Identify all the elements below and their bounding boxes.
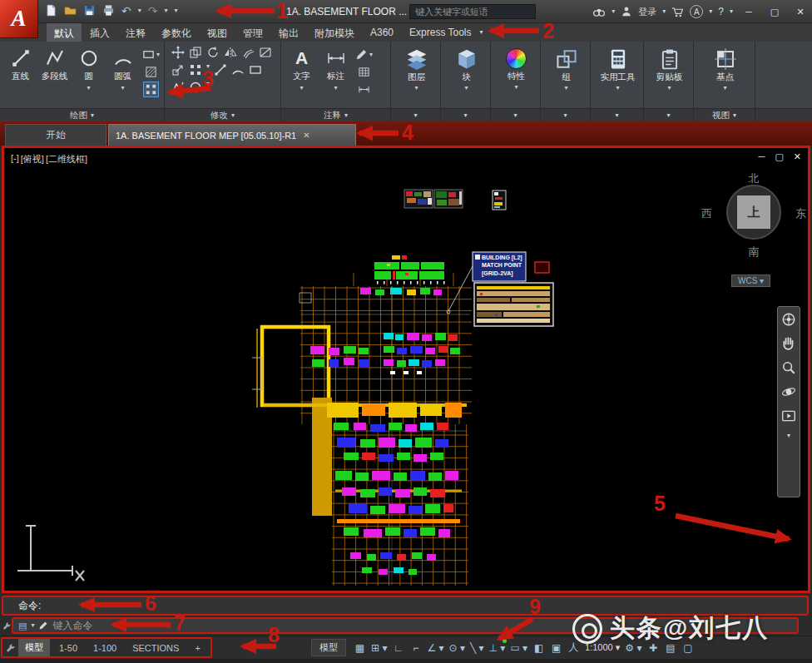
properties-caret[interactable]: ▾ [514,84,517,91]
hatch-tool-icon[interactable] [145,66,157,78]
qat-menu-caret[interactable]: ▾ [175,7,178,14]
zoom-icon[interactable] [781,360,796,375]
measure-tool-icon[interactable] [189,81,202,94]
redo-icon[interactable]: ↷ [148,5,158,17]
new-file-icon[interactable] [45,4,57,17]
offset-tool-icon[interactable] [241,46,255,59]
utilities-button[interactable]: 实用工具▾ [594,45,641,92]
undo-icon[interactable]: ↶ [121,5,131,17]
copy-tool-icon[interactable] [189,46,202,59]
ribbon-tab-view[interactable]: 视图 [200,23,235,42]
array-tool-icon[interactable] [189,63,202,77]
showmotion-icon[interactable] [781,408,796,423]
plot-icon[interactable] [102,4,115,17]
panel-view-caret[interactable]: ▾ [733,112,736,119]
ribbon-tab-default[interactable]: 默认 [47,23,82,42]
rectangle-tool-caret[interactable]: ▾ [156,52,160,58]
grid-display-toggle[interactable]: ▦ [351,636,369,659]
infer-constraints-toggle[interactable]: ∟ [389,636,407,659]
minimize-button[interactable]: ─ [739,3,759,20]
ribbon-tab-express-tools[interactable]: Express Tools [402,23,478,42]
panel-utilities-label[interactable]: ▾ [591,108,643,121]
leader-tool-caret[interactable]: ▾ [369,52,373,58]
rectangle-tool-icon[interactable] [142,48,155,61]
search-icon[interactable] [592,5,606,18]
selection-cycling-toggle[interactable]: ▣ [547,636,565,659]
ribbon-tab-insert[interactable]: 插入 [82,23,117,42]
circle-tool-caret[interactable]: ▾ [87,85,90,92]
ribbon-tab-annotate[interactable]: 注释 [118,23,153,42]
login-label[interactable]: 登录 [638,6,656,18]
scale-tool-icon[interactable] [171,63,185,77]
ribbon-tab-a360[interactable]: A360 [363,23,401,42]
divide-tool-icon[interactable] [145,83,157,96]
autocad-logo[interactable]: A [0,0,38,38]
arc-tool-caret[interactable]: ▾ [121,85,124,92]
panel-annotate-label[interactable]: 注释▾ [281,108,390,121]
layout-tab-sections[interactable]: SECTIONS [126,641,186,656]
viewcube-east[interactable]: 东 [795,206,806,221]
save-icon[interactable] [83,4,96,17]
panel-draw-caret[interactable]: ▾ [91,112,94,119]
panel-block-label[interactable]: ▾ [441,108,490,121]
panel-properties-label[interactable]: ▾ [491,108,540,121]
command-input[interactable]: 键入命令 [52,619,92,633]
layout-options-icon[interactable] [6,643,16,653]
array-tool-caret[interactable]: ▾ [206,63,210,77]
file-tab-start[interactable]: 开始 [5,124,106,146]
a360-caret[interactable]: ▾ [709,8,712,15]
file-tab-drawing[interactable]: 1A. BASEMENT FLOOR MEP [05.05.10]-R1 ✕ [108,124,356,146]
open-file-icon[interactable] [64,4,77,17]
login-caret[interactable]: ▾ [662,8,666,15]
text-tool[interactable]: A文字▾ [285,45,319,92]
dynamic-input-toggle[interactable]: ⌐ [407,636,424,659]
a360-badge[interactable]: A [690,5,703,18]
panel-layers-label[interactable]: ▾ [391,108,440,121]
layout-tab-1-50[interactable]: 1-50 [52,641,84,656]
leader-tool-icon[interactable] [355,48,368,61]
arc-tool[interactable]: 圆弧▾ [106,45,140,92]
basepoint-button[interactable]: 基点▾ [697,45,753,92]
redo-caret[interactable]: ▾ [164,7,167,14]
navbar-caret[interactable]: ▾ [787,433,790,439]
cart-icon[interactable] [671,6,684,18]
customize-icon[interactable] [2,621,12,631]
model-paper-toggle[interactable]: 模型 [311,639,346,656]
add-layout-button[interactable]: + [188,641,206,656]
viewcube-ring[interactable]: 上 [726,185,781,240]
orbit-icon[interactable] [781,384,796,399]
snap-mode-toggle[interactable]: ⊞ ▾ [369,636,389,659]
layers-caret[interactable]: ▾ [414,85,418,92]
clipboard-button[interactable]: 剪贴板▾ [647,45,691,92]
viewcube-west[interactable]: 西 [701,206,712,221]
undo-caret[interactable]: ▾ [138,7,141,14]
viewcube-top-face[interactable]: 上 [737,195,770,229]
polyline-tool[interactable]: 多段线 [37,45,72,82]
stretch-tool-icon[interactable] [249,63,262,77]
highlighted-draw-tool[interactable] [144,82,158,96]
viewport-close-icon[interactable]: ✕ [794,151,801,162]
pan-hand-icon[interactable] [781,336,796,351]
command-menu-icon[interactable]: ▤ [18,621,27,631]
modify-more-caret[interactable]: ▾ [206,81,210,94]
file-tab-close-icon[interactable]: ✕ [303,131,309,140]
dimension-tool[interactable]: 标注▾ [319,45,353,92]
command-menu-caret[interactable]: ▾ [31,622,34,629]
lineweight-toggle[interactable]: ▭ ▾ [508,636,530,659]
layers-button[interactable]: 图层▾ [394,45,438,92]
drawing-viewport[interactable]: BUILDING [L2] MATCH POINT [GRID-2VA] [-]… [2,146,810,593]
help-icon[interactable]: ? [718,6,724,17]
viewcube-south[interactable]: 南 [700,245,808,260]
group-caret[interactable]: ▾ [564,85,567,92]
circle-tool[interactable]: 圆▾ [72,45,106,92]
viewport-menu-control[interactable]: [-] [11,153,19,166]
block-caret[interactable]: ▾ [464,85,468,92]
layout-tab-1-100[interactable]: 1-100 [87,641,123,656]
view-control[interactable]: [俯视] [21,153,44,166]
viewport-minimize-icon[interactable]: ─ [759,151,765,162]
basepoint-caret[interactable]: ▾ [723,85,726,92]
ribbon-tab-parametric[interactable]: 参数化 [154,23,199,42]
help-caret[interactable]: ▾ [730,8,733,15]
search-input[interactable]: 键入关键字或短语 [409,4,536,19]
trim-tool-icon[interactable] [214,63,227,77]
